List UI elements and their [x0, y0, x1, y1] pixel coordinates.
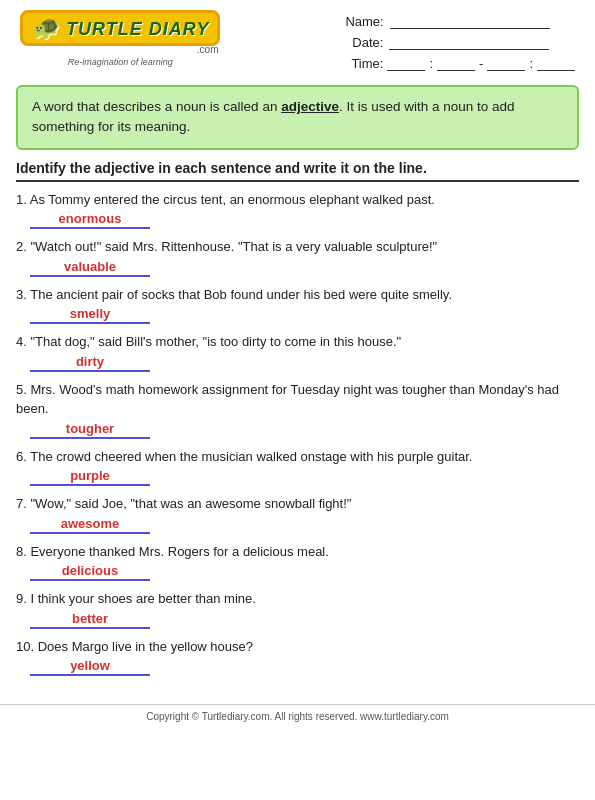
time-row: Time: : - : [345, 56, 575, 71]
name-input-line [390, 15, 550, 29]
answer-underline-9: better [30, 611, 150, 629]
date-label: Date: [345, 35, 383, 50]
answer-text-6: purple [70, 468, 110, 483]
name-row: Name: [345, 14, 575, 29]
question-text-9: 9. I think your shoes are better than mi… [16, 589, 579, 609]
question-item-5: 5. Mrs. Wood's math homework assignment … [16, 380, 579, 439]
answer-text-2: valuable [64, 259, 116, 274]
answer-underline-8: delicious [30, 563, 150, 581]
answer-underline-1: enormous [30, 211, 150, 229]
answer-text-5: tougher [66, 421, 114, 436]
answer-line-10: yellow [30, 658, 579, 676]
answer-text-9: better [72, 611, 108, 626]
time-label: Time: [345, 56, 383, 71]
question-item-4: 4. "That dog," said Bill's mother, "is t… [16, 332, 579, 372]
answer-line-3: smelly [30, 306, 579, 324]
answer-line-6: purple [30, 468, 579, 486]
time-h1-line [387, 57, 425, 71]
answer-text-3: smelly [70, 306, 110, 321]
question-text-7: 7. "Wow," said Joe, "that was an awesome… [16, 494, 579, 514]
answer-underline-10: yellow [30, 658, 150, 676]
question-item-2: 2. "Watch out!" said Mrs. Rittenhouse. "… [16, 237, 579, 277]
question-text-6: 6. The crowd cheered when the musician w… [16, 447, 579, 467]
logo-tagline: Re-imagination of learning [68, 57, 173, 67]
question-text-3: 3. The ancient pair of socks that Bob fo… [16, 285, 579, 305]
question-item-8: 8. Everyone thanked Mrs. Rogers for a de… [16, 542, 579, 582]
question-item-9: 9. I think your shoes are better than mi… [16, 589, 579, 629]
answer-line-2: valuable [30, 259, 579, 277]
question-item-7: 7. "Wow," said Joe, "that was an awesome… [16, 494, 579, 534]
question-text-10: 10. Does Margo live in the yellow house? [16, 637, 579, 657]
time-h2-line [487, 57, 525, 71]
questions-list: 1. As Tommy entered the circus tent, an … [0, 186, 595, 695]
page-header: 🐢 TURTLE DIARY .com Re-imagination of le… [0, 0, 595, 77]
date-row: Date: [345, 35, 575, 50]
definition-box: A word that describes a noun is called a… [16, 85, 579, 150]
question-text-2: 2. "Watch out!" said Mrs. Rittenhouse. "… [16, 237, 579, 257]
logo-area: 🐢 TURTLE DIARY .com Re-imagination of le… [20, 10, 220, 67]
answer-line-5: tougher [30, 421, 579, 439]
answer-underline-4: dirty [30, 354, 150, 372]
logo-text: 🐢 TURTLE DIARY [20, 10, 220, 46]
answer-underline-2: valuable [30, 259, 150, 277]
answer-line-8: delicious [30, 563, 579, 581]
time-m1-line [437, 57, 475, 71]
answer-text-10: yellow [70, 658, 110, 673]
answer-text-7: awesome [61, 516, 120, 531]
answer-line-1: enormous [30, 211, 579, 229]
question-text-8: 8. Everyone thanked Mrs. Rogers for a de… [16, 542, 579, 562]
answer-line-4: dirty [30, 354, 579, 372]
answer-underline-3: smelly [30, 306, 150, 324]
name-label: Name: [345, 14, 383, 29]
question-item-10: 10. Does Margo live in the yellow house?… [16, 637, 579, 677]
question-text-5: 5. Mrs. Wood's math homework assignment … [16, 380, 579, 419]
footer: Copyright © Turtlediary.com. All rights … [0, 704, 595, 728]
answer-underline-5: tougher [30, 421, 150, 439]
definition-keyword: adjective [281, 99, 339, 114]
question-item-3: 3. The ancient pair of socks that Bob fo… [16, 285, 579, 325]
question-text-4: 4. "That dog," said Bill's mother, "is t… [16, 332, 579, 352]
answer-text-1: enormous [59, 211, 122, 226]
answer-underline-7: awesome [30, 516, 150, 534]
question-item-1: 1. As Tommy entered the circus tent, an … [16, 190, 579, 230]
answer-text-8: delicious [62, 563, 118, 578]
definition-intro: A word that describes a noun is called a… [32, 99, 281, 114]
name-fields: Name: Date: Time: : - : [345, 10, 575, 71]
question-item-6: 6. The crowd cheered when the musician w… [16, 447, 579, 487]
answer-underline-6: purple [30, 468, 150, 486]
date-input-line [389, 36, 549, 50]
answer-line-9: better [30, 611, 579, 629]
logo-com: .com [197, 44, 219, 55]
answer-text-4: dirty [76, 354, 104, 369]
section-title: Identify the adjective in each sentence … [16, 160, 579, 182]
answer-line-7: awesome [30, 516, 579, 534]
time-m2-line [537, 57, 575, 71]
question-text-1: 1. As Tommy entered the circus tent, an … [16, 190, 579, 210]
